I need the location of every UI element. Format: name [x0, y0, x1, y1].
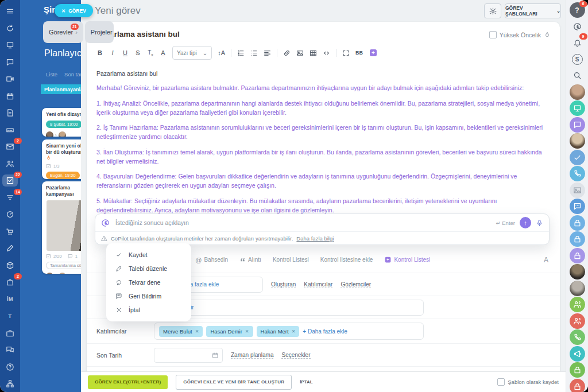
- add-more-link[interactable]: + Daha fazla ekle: [303, 328, 347, 335]
- toolbar-underline-button[interactable]: U: [122, 49, 129, 56]
- editor-footer-kontrol-listesi[interactable]: Kontrol Listesi: [384, 256, 430, 263]
- rail-item-sitemap-icon[interactable]: [2, 378, 18, 390]
- toolbar-font-select[interactable]: Yazı tipi⌄: [172, 46, 212, 60]
- rail-item-T-icon[interactable]: T: [2, 310, 18, 322]
- font-size-indicator[interactable]: A: [544, 256, 548, 264]
- right-rail-bell-button[interactable]: 9: [570, 35, 585, 51]
- settings-gear-button[interactable]: [484, 3, 501, 18]
- rail-item-funnel-icon[interactable]: 14: [2, 192, 18, 204]
- rail-item-chat2-icon[interactable]: [2, 344, 18, 356]
- right-rail-lock-button[interactable]: [570, 248, 585, 263]
- remove-icon[interactable]: ✕: [195, 329, 199, 334]
- right-rail-monitor-button[interactable]: [570, 100, 585, 116]
- right-rail-check-button[interactable]: [570, 150, 585, 165]
- rail-item-sync-icon[interactable]: [2, 22, 18, 34]
- right-rail-chatdots-button[interactable]: [570, 199, 585, 214]
- menu-item-tekrar-dene[interactable]: Tekrar dene: [106, 275, 191, 289]
- editor-footer-kontrol-listesi[interactable]: Kontrol Listesi: [273, 257, 309, 263]
- rail-item-monitor-icon[interactable]: [2, 39, 18, 51]
- toolbar-font-size-button[interactable]: ↕A: [218, 49, 225, 56]
- more-info-link[interactable]: Daha fazla bilgi: [296, 235, 334, 242]
- rail-item-people-icon[interactable]: [2, 158, 18, 170]
- right-rail-people-button[interactable]: [570, 313, 585, 329]
- due-link[interactable]: Seçenekler: [281, 352, 310, 359]
- right-rail-lock-button[interactable]: [570, 215, 585, 231]
- toolbar-align-button[interactable]: [264, 49, 271, 57]
- rail-item-menu-icon[interactable]: [2, 5, 18, 17]
- right-rail-question-button[interactable]: ?6: [570, 2, 585, 18]
- rail-item-pen-icon[interactable]: [2, 242, 18, 254]
- toolbar-code-button[interactable]: [323, 49, 330, 57]
- high-priority-toggle[interactable]: Yüksek Öncelik: [489, 31, 551, 38]
- participant-chip[interactable]: Merve Bulut✕: [159, 326, 203, 337]
- save-as-template-toggle[interactable]: Şablon olarak kaydet: [497, 378, 559, 386]
- task-templates-button[interactable]: GÖREV ŞABLONLARI⌄: [505, 3, 561, 18]
- right-rail-sign-button[interactable]: S: [570, 52, 585, 67]
- save-template-checkbox[interactable]: [497, 378, 505, 386]
- toolbar-bold-button[interactable]: B: [96, 49, 103, 56]
- right-rail-people-button[interactable]: [570, 297, 585, 312]
- right-rail-search-button[interactable]: [570, 68, 585, 83]
- tab-görevler[interactable]: Görevler›21: [43, 21, 83, 43]
- menu-item-talebi-düzenle[interactable]: Talebi düzenle: [106, 262, 191, 275]
- participant-chip[interactable]: Hakan Mert✕: [257, 326, 300, 337]
- editor-body[interactable]: Pazarlama asistanı bul Merhaba! Görevini…: [96, 68, 550, 235]
- menu-item-kaydet[interactable]: Kaydet: [106, 248, 191, 262]
- rail-item-cart-icon[interactable]: [2, 226, 18, 238]
- rail-item-chat-icon[interactable]: [2, 56, 18, 68]
- toolbar-clear-format-button[interactable]: Tx: [147, 49, 154, 57]
- new-task-pill-button[interactable]: ✕ GÖREV: [55, 4, 93, 17]
- rail-item-mail-icon[interactable]: 2: [2, 141, 18, 153]
- rail-item-drive-icon[interactable]: [2, 124, 18, 136]
- toolbar-font-color-button[interactable]: A: [160, 49, 167, 56]
- toolbar-table-button[interactable]: [310, 49, 317, 57]
- due-date-input[interactable]: [154, 348, 223, 363]
- role-link[interactable]: Gözlemciler: [341, 281, 371, 288]
- editor-footer-bahsedin[interactable]: @Bahsedin: [195, 257, 228, 263]
- toolbar-italic-button[interactable]: I: [109, 49, 116, 56]
- copilot-prompt-input[interactable]: [114, 219, 492, 227]
- toolbar-copilot-button[interactable]: [369, 48, 378, 57]
- view-tab-liste[interactable]: Liste: [46, 71, 57, 77]
- rail-item-tasks-icon[interactable]: 22: [2, 174, 18, 187]
- menu-item-i̇ptal[interactable]: İptal: [106, 303, 191, 317]
- role-link[interactable]: Katılımcılar: [304, 281, 332, 288]
- toolbar-ordered-list-button[interactable]: [237, 49, 245, 57]
- editor-footer-alıntı[interactable]: Alıntı: [239, 257, 261, 263]
- tab-projeler[interactable]: Projeler: [85, 21, 114, 43]
- right-rail-chat-button[interactable]: [570, 117, 585, 133]
- right-rail-lock-button[interactable]: [570, 362, 585, 378]
- toolbar-link-button[interactable]: [283, 49, 291, 57]
- right-rail-lock-button[interactable]: [570, 231, 585, 247]
- right-rail-megaphone-button[interactable]: [570, 346, 585, 362]
- toolbar-bullet-list-button[interactable]: [250, 49, 258, 57]
- rail-item-box-icon[interactable]: [2, 259, 18, 271]
- remove-icon[interactable]: ✕: [245, 329, 249, 334]
- toolbar-fullscreen-button[interactable]: [342, 49, 350, 57]
- editor-footer-kontrol-listesine-ekle[interactable]: Kontrol listesine ekle: [320, 257, 373, 263]
- rail-item-gauge-icon[interactable]: [2, 208, 18, 220]
- toolbar-image-button[interactable]: [296, 49, 304, 57]
- rail-item-help-icon[interactable]: [2, 361, 18, 373]
- right-rail-avatar-button[interactable]: [570, 84, 585, 100]
- right-rail-image-button[interactable]: [570, 183, 585, 198]
- rail-item-İM-icon[interactable]: İM: [2, 293, 18, 305]
- rail-item-document-icon[interactable]: [2, 107, 18, 119]
- toolbar-strikethrough-button[interactable]: S: [134, 49, 141, 56]
- rail-item-case-icon[interactable]: [2, 327, 18, 339]
- rail-item-shop-icon[interactable]: 2: [2, 276, 18, 288]
- right-rail-avatar-button[interactable]: [570, 281, 585, 296]
- microphone-icon[interactable]: [536, 219, 543, 227]
- rail-item-video-icon[interactable]: [2, 73, 18, 85]
- right-rail-phone-button[interactable]: [570, 166, 585, 181]
- copilot-send-button[interactable]: ↑: [520, 217, 531, 228]
- right-rail-lock-button[interactable]: [570, 379, 585, 392]
- menu-item-geri-bildirim[interactable]: Geri Bildirim: [106, 289, 191, 303]
- cancel-button[interactable]: İPTAL: [300, 379, 313, 385]
- right-rail-phone-button[interactable]: [570, 329, 585, 345]
- rail-item-calendar-icon[interactable]: [2, 90, 18, 102]
- due-link[interactable]: Zaman planlama: [231, 352, 273, 359]
- project-box[interactable]: ✕ Değiştir: [154, 300, 424, 316]
- remove-icon[interactable]: ✕: [292, 329, 296, 334]
- toolbar-bbcode-button[interactable]: BB: [355, 51, 363, 56]
